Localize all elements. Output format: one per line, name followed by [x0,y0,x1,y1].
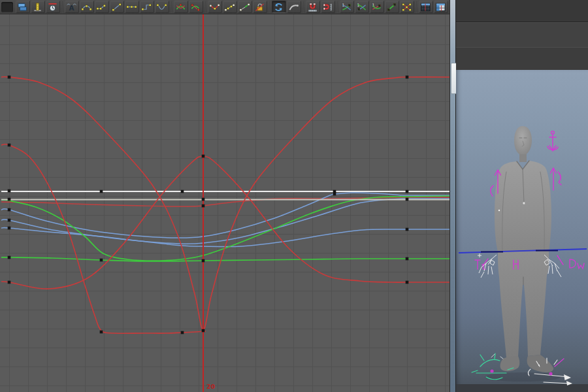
linear-tangents-icon[interactable] [110,1,124,13]
keyframe[interactable] [406,190,409,193]
keyframe[interactable] [333,193,336,196]
curve-green-flat[interactable] [1,257,449,261]
spline-tangents-icon[interactable] [80,1,94,13]
toolbar-field-slot[interactable] [1,2,13,12]
swap-buffer-curve-icon[interactable] [189,1,203,13]
load-current-selection-icon[interactable] [287,1,301,13]
hand-control-left[interactable] [478,253,497,278]
curve-blue-middle[interactable] [1,199,449,244]
time-snap-icon[interactable] [306,1,320,13]
toolbar-group-key-tools [16,1,60,13]
keyframe[interactable] [8,198,11,201]
free-tangent-weight-icon[interactable] [238,1,252,13]
keyframe[interactable] [8,189,11,193]
add-keys-tool-icon[interactable] [46,1,60,13]
foot-control-left-accent [491,354,503,359]
lattice-deform-keys-icon[interactable] [400,1,414,13]
insert-keys-tool-icon[interactable] [31,1,45,13]
dope-sheet-view-icon[interactable] [419,1,433,13]
keyframe[interactable] [181,190,184,193]
toolbar-group-infinity: 111 [340,1,414,13]
keyframe[interactable] [181,331,184,335]
cycle-offset-icon[interactable]: 1 [370,1,384,13]
graph-frames-icon[interactable] [16,1,30,13]
curves-layer [1,76,449,333]
step-tangents-icon[interactable] [140,1,154,13]
time-cursor-layer: 20 [203,14,216,392]
keyframe[interactable] [8,76,11,79]
anchor-manipulator-icon[interactable] [551,131,554,134]
flat-tangents-icon[interactable] [125,1,139,13]
keyframe[interactable] [202,259,205,263]
toolbar-group-buffer-curves [174,1,203,13]
absolute-view-icon[interactable]: A [65,1,79,13]
keyframe[interactable] [8,144,11,147]
unify-tangents-icon[interactable] [223,1,237,13]
toolbar-group-snapping [306,1,335,13]
auto-load-graph-icon[interactable] [272,1,286,13]
foot-pivot-right[interactable] [549,372,552,375]
character-model [495,126,553,372]
character-pants [498,252,549,357]
keyframe[interactable] [202,155,205,158]
keyframe[interactable] [202,204,205,208]
character-neck [519,154,527,162]
toolbar-group-panel-views [419,1,448,13]
plateau-tangents-icon[interactable] [155,1,169,13]
toolbar-separator [171,1,172,13]
linear-extrapolation-icon[interactable] [385,1,399,13]
viewport-menu-strip[interactable] [456,22,588,48]
anchor-manipulator-icon[interactable] [547,135,558,151]
3d-viewport[interactable] [456,70,588,392]
keyframe[interactable] [100,331,103,334]
post-infinity-cycle-icon[interactable]: 1 [355,1,369,13]
keyframe[interactable] [333,190,336,193]
curve-red-low-flat[interactable] [1,197,449,206]
keyframe[interactable] [406,257,409,261]
zipper-pull [523,202,525,204]
keyframe[interactable] [202,329,205,333]
foot-pivot-left[interactable] [490,369,493,372]
clamped-tangents-icon[interactable] [95,1,109,13]
toolbar-group-tangent-types: A [65,1,169,13]
manipulator-glyph-right[interactable] [570,259,584,269]
curve-red-drop-flat[interactable] [1,144,206,334]
keyframe[interactable] [406,76,409,79]
shoulder-manipulator-right-icon[interactable] [551,168,562,190]
curve-green-swoop[interactable] [1,196,449,261]
graph-vertical-scrollbar[interactable] [449,0,456,392]
keyframe[interactable] [406,281,409,284]
keyframe[interactable] [8,227,11,230]
break-tangents-icon[interactable] [208,1,222,13]
foot-marker [538,365,540,366]
character-shoe-right [527,355,554,372]
time-cursor-frame-label: 20 [206,383,216,390]
toolbar-separator [62,1,63,13]
lock-tangent-weight-icon[interactable] [253,1,267,13]
keyframe[interactable] [8,219,11,222]
animation-curves-canvas[interactable]: 20 [0,14,449,392]
value-snap-icon[interactable] [321,1,335,13]
curve-graph-area[interactable]: 20 [0,14,449,392]
viewport-toolbar-strip[interactable] [456,47,588,71]
keyframe[interactable] [100,190,103,193]
foot-control-right-arrowheads [564,374,572,385]
keyframe[interactable] [100,259,103,262]
buffer-curve-snapshot-icon[interactable] [174,1,188,13]
viewport-panel [456,0,588,392]
graph-editor-toolbar: A111 [0,0,449,14]
stacked-panels-view-icon[interactable] [434,1,448,13]
keyframe[interactable] [202,198,205,201]
keyframe[interactable] [8,281,11,284]
keyframe[interactable] [406,228,409,231]
keyframe[interactable] [406,198,409,201]
pre-infinity-cycle-icon[interactable]: 1 [340,1,354,13]
toolbar-separator [337,1,338,13]
keyframe[interactable] [8,256,11,259]
keyframe[interactable] [8,208,11,212]
viewport-panel-header [456,0,588,22]
curve-red-hump[interactable] [1,156,449,289]
toolbar-group-load [272,1,301,13]
toolbar-group-tangent-edit [208,1,267,13]
foot-magenta-mark[interactable] [555,359,564,367]
